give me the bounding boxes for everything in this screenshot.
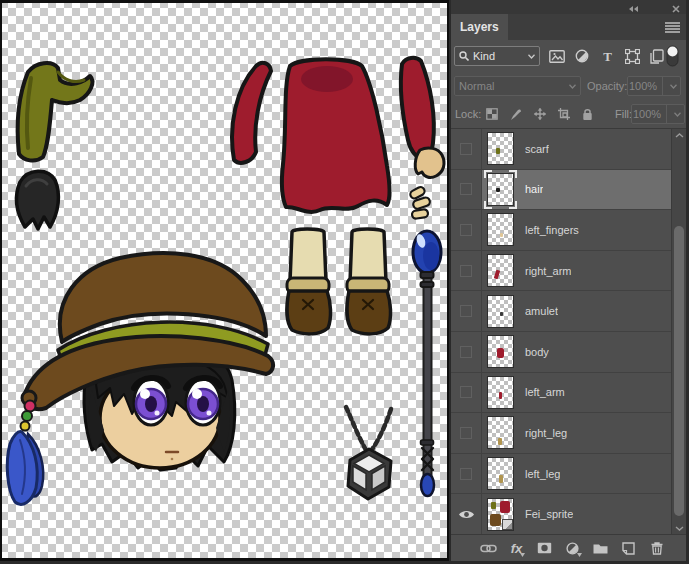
blend-mode-row: Normal Opacity: 100% (451, 72, 686, 100)
chevron-down-icon (670, 84, 677, 89)
layer-styles-fx-icon[interactable]: fx (508, 539, 525, 557)
new-adjustment-layer-icon[interactable] (564, 539, 581, 557)
blend-mode-value: Normal (459, 80, 565, 92)
eye-visible-icon[interactable] (458, 509, 475, 520)
fill-dropdown[interactable]: 100% (631, 104, 685, 124)
visibility-cell[interactable] (451, 332, 482, 372)
sprite-part-right-leg (287, 229, 331, 334)
panel-menu-icon[interactable] (665, 22, 680, 35)
layer-row-right-arm[interactable]: right_arm (451, 251, 672, 292)
layer-thumbnail[interactable] (487, 335, 514, 368)
fill-label: Fill: (615, 108, 632, 120)
lock-transparent-pixels-icon[interactable] (484, 106, 499, 122)
layer-thumbnail[interactable] (487, 376, 514, 409)
visibility-cell[interactable] (451, 454, 482, 494)
chevron-down-icon (528, 54, 535, 59)
visibility-cell[interactable] (451, 373, 482, 413)
chevron-down-icon (674, 112, 681, 117)
sprite-part-left-leg (347, 229, 391, 334)
canvas-artwork (2, 3, 447, 558)
scroll-up-icon[interactable] (672, 129, 686, 142)
layer-name: left_fingers (525, 224, 579, 236)
layer-row-body[interactable]: body (451, 332, 672, 373)
document-canvas[interactable] (0, 0, 449, 561)
panel-tab-bar: Layers (451, 14, 686, 40)
lock-nesting-icon[interactable] (556, 106, 571, 122)
visibility-cell[interactable] (451, 129, 482, 169)
layer-thumbnail[interactable] (487, 132, 514, 165)
pixel-layers-filter-icon[interactable] (548, 45, 566, 67)
layer-name: hair (525, 183, 543, 195)
layer-name: left_leg (525, 468, 560, 480)
visibility-toggle-empty[interactable] (460, 427, 472, 439)
layers-footer-toolbar: fx (451, 534, 686, 561)
layer-name: right_arm (525, 265, 571, 277)
layer-row-left-fingers[interactable]: left_fingers (451, 210, 672, 251)
layer-row-hair[interactable]: hair (451, 170, 672, 211)
layer-name: left_arm (525, 386, 565, 398)
layer-row-left-arm[interactable]: left_arm (451, 373, 672, 414)
layer-name: scarf (525, 143, 549, 155)
visibility-cell[interactable] (451, 494, 482, 534)
tab-layers[interactable]: Layers (451, 14, 508, 40)
search-icon (459, 51, 469, 61)
layer-thumbnail[interactable] (487, 254, 514, 287)
adjustment-layers-filter-icon[interactable] (573, 45, 591, 67)
sprite-part-hair-tuft (17, 171, 59, 229)
smart-objects-filter-icon[interactable] (648, 45, 666, 67)
lock-position-icon[interactable] (532, 106, 547, 122)
layer-filtering-toggle[interactable] (666, 45, 679, 69)
layer-row-amulet[interactable]: amulet (451, 291, 672, 332)
layer-row-right-leg[interactable]: right_leg (451, 413, 672, 454)
layer-thumbnail-smart-object[interactable] (487, 498, 514, 531)
layer-thumbnail[interactable] (487, 295, 514, 328)
visibility-toggle-empty[interactable] (460, 468, 472, 480)
visibility-toggle-empty[interactable] (460, 346, 472, 358)
svg-text:T: T (603, 50, 612, 63)
filter-kind-label: Kind (473, 50, 524, 62)
divider (666, 105, 667, 123)
layer-name: right_leg (525, 427, 567, 439)
new-group-folder-icon[interactable] (592, 539, 609, 557)
visibility-toggle-empty[interactable] (460, 265, 472, 277)
layers-scrollbar[interactable] (671, 129, 686, 535)
add-layer-mask-icon[interactable] (536, 539, 553, 557)
visibility-cell[interactable] (451, 413, 482, 453)
delete-layer-trash-icon[interactable] (648, 539, 665, 557)
visibility-cell[interactable] (451, 251, 482, 291)
new-layer-icon[interactable] (620, 539, 637, 557)
chevron-down-icon (520, 553, 525, 557)
type-layers-filter-icon[interactable]: T (598, 45, 616, 67)
visibility-toggle-empty[interactable] (460, 143, 472, 155)
visibility-toggle-empty[interactable] (460, 386, 472, 398)
lock-all-icon[interactable] (580, 106, 595, 122)
visibility-toggle-empty[interactable] (460, 305, 472, 317)
layer-thumbnail[interactable] (487, 457, 514, 490)
layer-thumbnail[interactable] (487, 173, 514, 206)
layer-name: amulet (525, 305, 558, 317)
opacity-label: Opacity: (587, 80, 627, 92)
shape-layers-filter-icon[interactable] (623, 45, 641, 67)
link-layers-icon[interactable] (480, 539, 497, 557)
layer-row-left-leg[interactable]: left_leg (451, 454, 672, 495)
visibility-toggle-empty[interactable] (460, 224, 472, 236)
scrollbar-thumb[interactable] (674, 226, 684, 516)
visibility-toggle-empty[interactable] (460, 183, 472, 195)
layer-row-scarf[interactable]: scarf (451, 129, 672, 170)
fill-value: 100% (632, 108, 662, 120)
layer-name: body (525, 346, 549, 358)
layers-panel: Layers Kind T (449, 0, 689, 564)
layer-thumbnail[interactable] (487, 416, 514, 449)
filter-kind-dropdown[interactable]: Kind (454, 46, 540, 66)
opacity-dropdown[interactable]: 100% (627, 76, 681, 96)
visibility-cell[interactable] (451, 170, 482, 210)
blend-mode-dropdown[interactable]: Normal (454, 76, 581, 96)
layer-row-fei-sprite[interactable]: Fei_sprite (451, 494, 672, 535)
visibility-cell[interactable] (451, 291, 482, 331)
panel-titlebar (451, 0, 686, 14)
visibility-cell[interactable] (451, 210, 482, 250)
layer-thumbnail[interactable] (487, 213, 514, 246)
chevron-down-icon (569, 84, 576, 89)
selection-brackets (484, 170, 517, 209)
lock-image-pixels-icon[interactable] (508, 106, 523, 122)
